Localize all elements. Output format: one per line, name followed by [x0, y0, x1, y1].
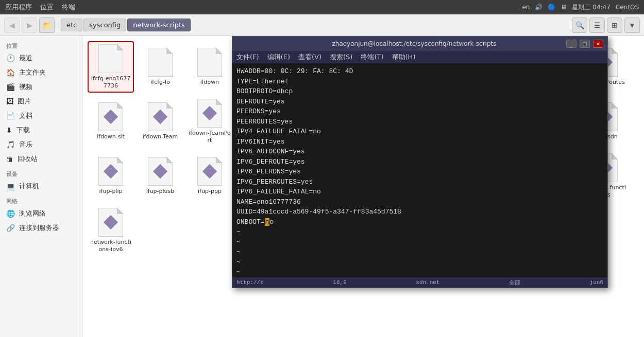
sidebar-label-music: 音乐 [19, 140, 32, 149]
sidebar-item-browse-network[interactable]: 🌐 浏览网络 [0, 206, 82, 221]
terminal-status-user: jun6 [590, 279, 603, 286]
view-list-button[interactable]: ☰ [589, 17, 605, 33]
sidebar-item-recent[interactable]: 🕐 最近 [0, 51, 82, 65]
terminal-close-button[interactable]: ✕ [593, 40, 603, 48]
sidebar-heading-places: 位置 [0, 40, 82, 51]
terminal-window[interactable]: zhaoyanjun@localhost:/etc/sysconfig/netw… [232, 36, 608, 288]
sidebar-label-docs: 文档 [19, 111, 32, 120]
search-button[interactable]: 🔍 [572, 17, 587, 33]
more-button[interactable]: ▼ [624, 17, 640, 33]
sidebar-section-devices: 设备 💻 计算机 [0, 168, 82, 193]
sidebar-label-home: 主文件夹 [19, 68, 46, 77]
file-item[interactable]: ifdown-TeamPort [187, 96, 233, 147]
terminal-minimize-button[interactable]: _ [566, 40, 577, 48]
file-icon [148, 102, 173, 131]
terminal-line: IPV6_DEFROUTE=yes [236, 157, 603, 167]
file-item[interactable]: ifcfg-lo [137, 41, 183, 93]
terminal-line: PEERROUTES=yes [236, 117, 603, 127]
terminal-maximize-button[interactable]: □ [580, 40, 590, 48]
sidebar: 位置 🕐 最近 🏠 主文件夹 🎬 视频 🖼 图片 [0, 36, 82, 337]
terminal-line: IPV6INIT=yes [236, 137, 603, 147]
terminal-line: PEERDNS=yes [236, 107, 603, 117]
file-grid: ifcfg-eno16777736 ifcfg-lo ifdown [82, 36, 644, 337]
file-item[interactable]: network-functions-ipv6 [88, 205, 134, 256]
terminal-title: zhaoyanjun@localhost:/etc/sysconfig/netw… [262, 40, 566, 47]
breadcrumb-network-scripts[interactable]: network-scripts [127, 19, 190, 31]
computer-icon: 💻 [6, 182, 15, 190]
file-label: ifup-ppp [198, 188, 222, 195]
terminal-menu-search[interactable]: 搜索(S) [330, 52, 352, 62]
docs-icon: 📄 [6, 112, 15, 120]
sidebar-item-videos[interactable]: 🎬 视频 [0, 80, 82, 94]
terminal-menu-file[interactable]: 文件(F) [236, 52, 259, 62]
file-icon [197, 99, 222, 128]
terminal-line: ~ [236, 257, 603, 268]
volume-icon[interactable]: 🔊 [535, 4, 543, 11]
topbar-right: en 🔊 🔵 🖥 星期三 04:47 CentOS [522, 3, 639, 12]
sidebar-item-docs[interactable]: 📄 文档 [0, 109, 82, 123]
terminal-menu-terminal[interactable]: 终端(T) [361, 52, 383, 62]
file-label: ifup-plusb [146, 188, 175, 195]
music-icon: 🎵 [6, 140, 15, 149]
menu-apps[interactable]: 应用程序 [5, 3, 32, 12]
terminal-line: HWADDR=00: 0C: 29: FA: 8C: 4D [236, 66, 603, 77]
terminal-line: IPV6_FAILURE_FATAL=no [236, 187, 603, 197]
file-icon [197, 157, 222, 186]
file-item[interactable]: ifdown-sit [88, 96, 134, 147]
file-item[interactable]: ifdown-Team [137, 96, 183, 147]
topbar: 应用程序 位置 终端 en 🔊 🔵 🖥 星期三 04:47 CentOS [0, 0, 644, 14]
sidebar-item-music[interactable]: 🎵 音乐 [0, 137, 82, 152]
breadcrumb: etc sysconfig network-scripts [61, 19, 566, 31]
terminal-menu-edit[interactable]: 编辑(E) [267, 52, 290, 62]
terminal-line: ~ [236, 267, 603, 277]
sidebar-label-browse-network: 浏览网络 [19, 209, 46, 218]
datetime: 星期三 04:47 [572, 3, 610, 12]
breadcrumb-sysconfig[interactable]: sysconfig [83, 19, 126, 31]
file-icon [148, 48, 173, 77]
terminal-line: BOOTPROTO=dhcp [236, 86, 603, 97]
sidebar-heading-devices: 设备 [0, 168, 82, 179]
forward-button[interactable]: ▶ [22, 17, 37, 33]
pictures-icon: 🖼 [6, 97, 13, 105]
file-icon [98, 157, 123, 186]
sidebar-item-trash[interactable]: 🗑 回收站 [0, 152, 82, 166]
sidebar-item-downloads[interactable]: ⬇ 下载 [0, 123, 82, 137]
connect-server-icon: 🔗 [6, 224, 15, 232]
up-button[interactable]: 📁 [39, 17, 55, 33]
sidebar-item-connect-server[interactable]: 🔗 连接到服务器 [0, 221, 82, 235]
file-item[interactable]: ifup-plusb [137, 150, 183, 202]
terminal-menu-view[interactable]: 查看(V) [298, 52, 321, 62]
trash-icon: 🗑 [6, 155, 13, 163]
file-item[interactable]: ifdown [187, 41, 233, 93]
terminal-titlebar-buttons: _ □ ✕ [566, 40, 603, 48]
sidebar-item-computer[interactable]: 💻 计算机 [0, 179, 82, 193]
sidebar-label-recent: 最近 [19, 54, 32, 63]
sidebar-label-trash: 回收站 [18, 154, 38, 164]
terminal-line: IPV4_FAILURE_FATAL=no [236, 127, 603, 137]
file-item[interactable]: ifup-plip [88, 150, 134, 202]
file-label: network-functions-ipv6 [90, 239, 132, 254]
terminal-status-position: 16,9 [333, 279, 346, 286]
menu-places[interactable]: 位置 [40, 3, 54, 12]
sidebar-label-pictures: 图片 [18, 97, 31, 106]
file-label: ifdown-Team [143, 133, 178, 140]
terminal-content[interactable]: HWADDR=00: 0C: 29: FA: 8C: 4DTYPE=Ethern… [232, 63, 607, 277]
sidebar-section-network: 网络 🌐 浏览网络 🔗 连接到服务器 [0, 196, 82, 235]
network-icon[interactable]: 🖥 [561, 4, 567, 11]
view-grid-button[interactable]: ⊞ [607, 17, 622, 33]
file-label: ifup-plip [99, 188, 123, 195]
terminal-menu-help[interactable]: 帮助(H) [392, 52, 416, 62]
sidebar-item-home[interactable]: 🏠 主文件夹 [0, 65, 82, 80]
terminal-status-all: 全部 [509, 279, 520, 287]
back-button[interactable]: ◀ [4, 17, 20, 33]
locale-indicator: en [522, 4, 530, 11]
file-item[interactable]: ifcfg-eno16777736 [88, 41, 134, 93]
sidebar-item-pictures[interactable]: 🖼 图片 [0, 94, 82, 109]
terminal-cursor: n [265, 218, 270, 226]
terminal-line: ~ [236, 227, 603, 237]
menu-terminal[interactable]: 终端 [62, 3, 75, 12]
file-icon [148, 157, 173, 186]
bluetooth-icon[interactable]: 🔵 [548, 4, 555, 11]
breadcrumb-etc[interactable]: etc [61, 19, 82, 31]
file-item[interactable]: ifup-ppp [187, 150, 233, 202]
